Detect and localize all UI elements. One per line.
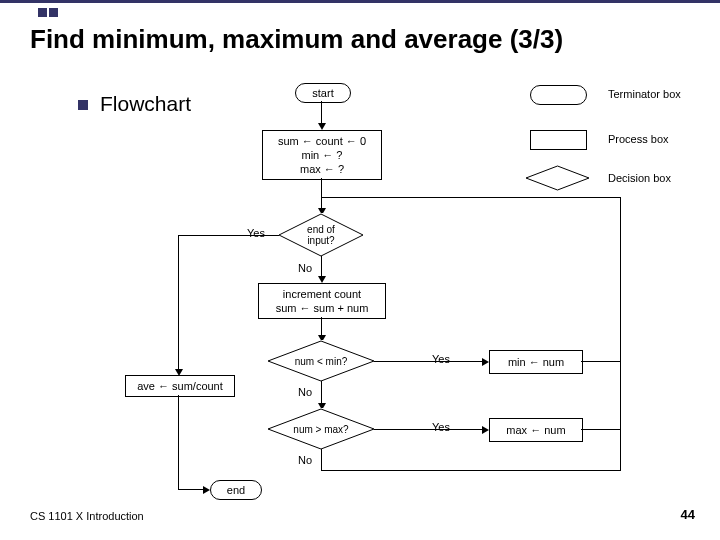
arrow: [374, 361, 482, 362]
legend-terminator-label: Terminator box: [608, 88, 681, 100]
arrow: [321, 470, 621, 471]
label-no-lt: No: [298, 386, 312, 398]
arrow: [581, 361, 621, 362]
arrow: [178, 489, 203, 490]
node-end: end: [210, 480, 262, 500]
arrow: [321, 256, 322, 276]
node-setmin: min ← num: [489, 350, 583, 374]
label-yes-lt: Yes: [432, 353, 450, 365]
page-title: Find minimum, maximum and average (3/3): [30, 24, 563, 55]
arrowhead-icon: [318, 123, 326, 130]
legend-process-label: Process box: [608, 133, 669, 145]
accent-blocks: [38, 3, 60, 21]
legend-process-shape: [530, 130, 587, 150]
arrowhead-icon: [175, 369, 183, 376]
arrow: [321, 317, 322, 335]
subtitle: Flowchart: [100, 92, 191, 116]
label-no-endinput: No: [298, 262, 312, 274]
node-increment: increment count sum ← sum + num: [258, 283, 386, 319]
node-init-l1: sum ← count ← 0: [278, 134, 366, 148]
footer-right: 44: [681, 507, 695, 522]
arrow: [321, 381, 322, 403]
arrow: [581, 429, 621, 430]
node-ave-label: ave ← sum/count: [137, 379, 223, 393]
arrow: [321, 197, 621, 198]
arrow: [178, 235, 179, 369]
node-init-l2: min ← ?: [302, 148, 343, 162]
node-init: sum ← count ← 0 min ← ? max ← ?: [262, 130, 382, 180]
node-endinput-l1: end of: [307, 224, 335, 235]
arrow: [374, 429, 482, 430]
arrow: [321, 101, 322, 123]
node-setmin-label: min ← num: [508, 355, 564, 369]
header-rule: [0, 0, 720, 3]
arrowhead-icon: [318, 276, 326, 283]
legend-terminator-shape: [530, 85, 587, 105]
label-yes-gt: Yes: [432, 421, 450, 433]
node-endinput-l2: input?: [307, 235, 334, 246]
legend-decision-shape: [525, 165, 590, 191]
node-ave: ave ← sum/count: [125, 375, 235, 397]
arrow: [178, 235, 279, 236]
node-lt: num < min?: [267, 340, 375, 382]
node-start-label: start: [312, 87, 333, 99]
node-gt: num > max?: [267, 408, 375, 450]
legend-decision-label: Decision box: [608, 172, 671, 184]
node-setmax-label: max ← num: [506, 423, 565, 437]
node-init-l3: max ← ?: [300, 162, 344, 176]
node-start: start: [295, 83, 351, 103]
footer-left: CS 1101 X Introduction: [30, 510, 144, 522]
arrow: [178, 395, 179, 489]
node-endinput: end of input?: [278, 213, 364, 257]
label-no-gt: No: [298, 454, 312, 466]
node-lt-label: num < min?: [295, 356, 348, 367]
arrowhead-icon: [203, 486, 210, 494]
label-yes-endinput: Yes: [247, 227, 265, 239]
arrow: [321, 449, 322, 471]
node-inc-l2: sum ← sum + num: [276, 301, 369, 315]
node-end-label: end: [227, 484, 245, 496]
node-gt-label: num > max?: [293, 424, 348, 435]
node-inc-l1: increment count: [283, 287, 361, 301]
node-setmax: max ← num: [489, 418, 583, 442]
arrowhead-icon: [482, 358, 489, 366]
bullet-icon: [78, 100, 88, 110]
svg-marker-0: [526, 166, 589, 190]
arrow: [321, 178, 322, 208]
arrowhead-icon: [482, 426, 489, 434]
